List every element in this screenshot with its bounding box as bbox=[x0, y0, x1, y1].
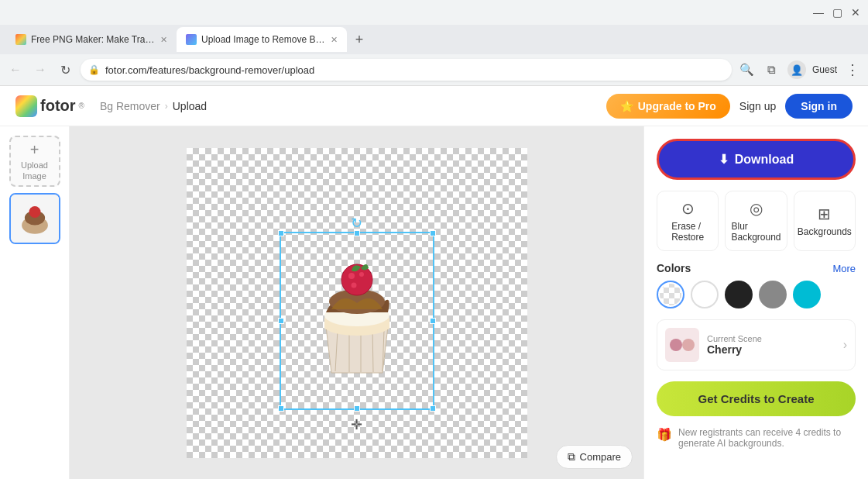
upgrade-star-icon: ⭐ bbox=[620, 100, 633, 112]
blur-label: BlurBackground bbox=[731, 221, 781, 243]
tool-buttons: ⊙ Erase /Restore ◎ BlurBackground ⊞ Back… bbox=[657, 191, 856, 251]
tab-2[interactable]: Upload Image to Remove Backg... ✕ bbox=[177, 27, 347, 52]
erase-restore-button[interactable]: ⊙ Erase /Restore bbox=[657, 191, 719, 251]
tab-favicon-2 bbox=[186, 34, 197, 45]
selection-handle-tl[interactable] bbox=[278, 230, 284, 236]
rotate-handle[interactable]: ↻ bbox=[351, 215, 362, 232]
canvas-area: ↻ ✛ ⧉ Compare bbox=[70, 126, 643, 479]
colors-header: Colors More bbox=[657, 262, 856, 274]
selection-handle-bm[interactable] bbox=[354, 405, 360, 412]
credits-hint: 🎁 New registrants can receive 4 credits … bbox=[657, 427, 856, 449]
address-input[interactable] bbox=[81, 59, 732, 81]
selection-handle-rm[interactable] bbox=[430, 318, 436, 324]
scene-row[interactable]: Current Scene Cherry › bbox=[657, 319, 856, 370]
main-layout: + UploadImage bbox=[0, 126, 868, 479]
tab-1-title: Free PNG Maker: Make Transpar... bbox=[31, 34, 156, 45]
swatch-white[interactable] bbox=[691, 281, 719, 308]
blur-background-button[interactable]: ◎ BlurBackground bbox=[725, 191, 787, 251]
blur-icon: ◎ bbox=[750, 199, 763, 218]
swatch-gray[interactable] bbox=[759, 281, 787, 308]
colors-section: Colors More bbox=[657, 262, 856, 308]
app-header: fotor® Bg Remover › Upload ⭐ Upgrade to … bbox=[0, 86, 868, 126]
maximize-icon[interactable]: ▢ bbox=[831, 6, 843, 19]
download-button[interactable]: ⬇ Download bbox=[657, 139, 856, 180]
selection-handle-lm[interactable] bbox=[278, 318, 284, 324]
scene-name: Cherry bbox=[707, 343, 835, 356]
backgrounds-label: Backgrounds bbox=[798, 226, 852, 237]
upgrade-button[interactable]: ⭐ Upgrade to Pro bbox=[606, 94, 730, 119]
plus-icon: + bbox=[30, 141, 39, 159]
close-icon[interactable]: ✕ bbox=[849, 6, 862, 19]
scene-label: Current Scene bbox=[707, 334, 835, 343]
lock-icon: 🔒 bbox=[88, 64, 100, 75]
breadcrumb-root[interactable]: Bg Remover bbox=[100, 100, 160, 112]
signup-button[interactable]: Sign up bbox=[739, 100, 776, 112]
move-handle[interactable]: ✛ bbox=[351, 416, 362, 433]
upload-label: UploadImage bbox=[21, 160, 48, 181]
credits-button[interactable]: Get Credits to Create bbox=[657, 381, 856, 416]
tab-bar: Free PNG Maker: Make Transpar... ✕ Uploa… bbox=[0, 25, 868, 54]
backgrounds-icon: ⊞ bbox=[818, 205, 831, 223]
split-view-icon[interactable]: ⧉ bbox=[763, 60, 781, 79]
erase-label: Erase /Restore bbox=[671, 221, 704, 243]
thumbnail-image bbox=[11, 195, 59, 243]
address-bar-inner: 🔒 bbox=[81, 59, 732, 81]
fotor-logo: fotor® bbox=[15, 95, 84, 117]
credits-hint-text: New registrants can receive 4 credits to… bbox=[678, 427, 856, 449]
scene-info: Current Scene Cherry bbox=[707, 334, 835, 356]
breadcrumb-arrow: › bbox=[165, 101, 168, 112]
scene-thumbnail bbox=[665, 328, 699, 362]
selection-box: ↻ ✛ bbox=[280, 232, 434, 410]
colors-title: Colors bbox=[657, 262, 691, 274]
colors-more-button[interactable]: More bbox=[832, 263, 856, 274]
minimize-icon[interactable]: — bbox=[812, 6, 825, 19]
signin-button[interactable]: Sign in bbox=[785, 94, 853, 119]
title-bar: — ▢ ✕ bbox=[0, 0, 868, 25]
back-button[interactable]: ← bbox=[6, 60, 25, 79]
address-bar: ← → ↻ 🔒 🔍 ⧉ 👤 Guest ⋮ bbox=[0, 54, 868, 85]
gift-icon: 🎁 bbox=[657, 427, 672, 442]
fotor-logo-icon bbox=[15, 95, 37, 117]
breadcrumb-current: Upload bbox=[173, 100, 207, 112]
backgrounds-button[interactable]: ⊞ Backgrounds bbox=[794, 191, 856, 251]
tab-1[interactable]: Free PNG Maker: Make Transpar... ✕ bbox=[6, 27, 177, 52]
swatch-cyan[interactable] bbox=[793, 281, 821, 308]
color-swatches bbox=[657, 281, 856, 308]
logo-text: fotor bbox=[40, 97, 76, 115]
address-actions: 🔍 ⧉ 👤 Guest ⋮ bbox=[738, 60, 862, 79]
title-bar-controls: — ▢ ✕ bbox=[812, 6, 862, 19]
browser-menu-button[interactable]: ⋮ bbox=[843, 60, 862, 79]
tab-2-close[interactable]: ✕ bbox=[331, 35, 338, 45]
logo-trademark: ® bbox=[79, 102, 84, 110]
thumbnail-item[interactable] bbox=[9, 193, 60, 244]
selection-handle-tm[interactable] bbox=[354, 230, 360, 236]
search-icon[interactable]: 🔍 bbox=[738, 60, 756, 79]
upgrade-label: Upgrade to Pro bbox=[638, 100, 716, 112]
compare-button[interactable]: ⧉ Compare bbox=[556, 445, 633, 469]
canvas-container: ↻ ✛ bbox=[187, 148, 527, 458]
selection-handle-tr[interactable] bbox=[430, 230, 436, 236]
swatch-transparent[interactable] bbox=[657, 281, 684, 308]
compare-label: Compare bbox=[580, 451, 621, 463]
upload-image-button[interactable]: + UploadImage bbox=[9, 136, 60, 187]
download-label: Download bbox=[735, 153, 794, 167]
right-panel: ⬇ Download ⊙ Erase /Restore ◎ BlurBackgr… bbox=[643, 126, 868, 479]
new-tab-button[interactable]: + bbox=[350, 30, 369, 49]
tab-1-close[interactable]: ✕ bbox=[160, 35, 167, 45]
tab-2-title: Upload Image to Remove Backg... bbox=[201, 34, 326, 45]
download-arrow-icon: ⬇ bbox=[719, 152, 729, 167]
app: fotor® Bg Remover › Upload ⭐ Upgrade to … bbox=[0, 86, 868, 479]
selection-handle-bl[interactable] bbox=[278, 405, 284, 412]
selection-handle-br[interactable] bbox=[430, 405, 436, 412]
swatch-black[interactable] bbox=[725, 281, 753, 308]
scene-arrow-icon: › bbox=[843, 338, 847, 352]
profile-icon[interactable]: 👤 bbox=[787, 60, 806, 79]
left-sidebar: + UploadImage bbox=[0, 126, 70, 479]
breadcrumb: Bg Remover › Upload bbox=[100, 100, 207, 112]
tab-favicon-1 bbox=[15, 34, 26, 45]
refresh-button[interactable]: ↻ bbox=[56, 60, 74, 79]
profile-label: Guest bbox=[812, 64, 837, 75]
forward-button[interactable]: → bbox=[31, 60, 50, 79]
browser-chrome: — ▢ ✕ Free PNG Maker: Make Transpar... ✕… bbox=[0, 0, 868, 86]
compare-icon: ⧉ bbox=[568, 450, 575, 463]
